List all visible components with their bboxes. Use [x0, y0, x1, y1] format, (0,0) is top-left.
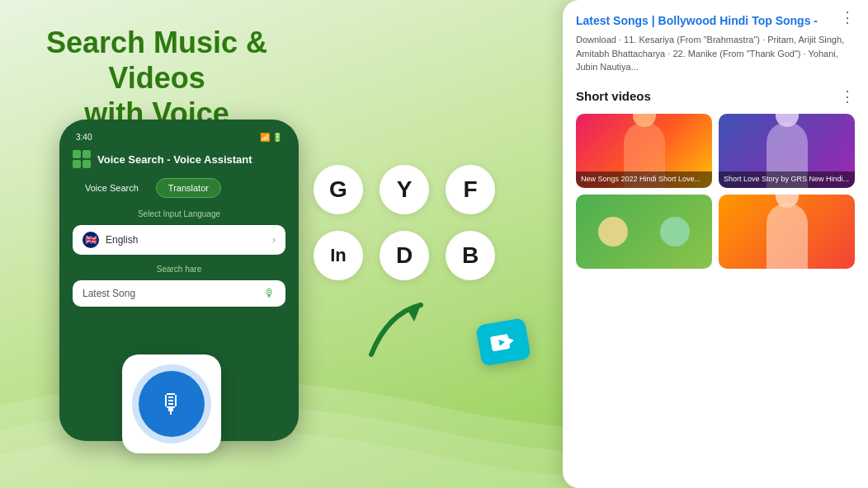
language-selector[interactable]: 🇬🇧 English ›: [73, 225, 285, 255]
video-card-3[interactable]: [576, 195, 712, 269]
mic-button-card: 🎙: [122, 354, 221, 453]
video-card-1-title: New Songs 2022 Hindi Short Love...: [576, 171, 712, 188]
video-thumb-3: [576, 195, 712, 269]
letter-bubble-In: In: [314, 231, 363, 280]
video-card-4[interactable]: [719, 195, 855, 269]
search-result-description: Download · 11. Kesariya (From "Brahmastr…: [576, 33, 855, 74]
main-title: Search Music & Videos with Voice: [25, 25, 289, 132]
search-placeholder-text: Latest Song: [83, 288, 135, 299]
video-thumb-2: Short Love Story by GRS New Hindi...: [719, 114, 855, 188]
phone-signal-icons: 📶 🔋: [260, 133, 282, 142]
video-card-2-title: Short Love Story by GRS New Hindi...: [719, 171, 855, 188]
trending-arrow-icon: [363, 297, 429, 363]
video-thumb-bg-4: [719, 195, 855, 269]
language-name: English: [106, 234, 138, 246]
phone-tabs: Voice Search Translator: [73, 178, 285, 198]
phone-time: 3:40: [76, 133, 92, 142]
search-label: Search hare: [73, 265, 285, 274]
phone-app-header: Voice Search - Voice Assistant: [73, 150, 285, 168]
chevron-right-icon: ›: [272, 234, 276, 246]
short-videos-header: Short videos ⋮: [576, 87, 855, 106]
short-videos-title: Short videos: [576, 89, 651, 103]
video-card-2[interactable]: Short Love Story by GRS New Hindi...: [719, 114, 855, 188]
video-thumb-4: [719, 195, 855, 269]
video-thumb-bg-3: [576, 195, 712, 269]
right-panel-inner: ⋮ Latest Songs | Bollywood Hindi Top Son…: [563, 0, 868, 282]
videos-grid: New Songs 2022 Hindi Short Love... Short…: [576, 114, 855, 269]
language-flag-text: 🇬🇧 English: [83, 232, 138, 248]
letter-bubble-D: D: [380, 231, 429, 280]
letter-bubble-Y: Y: [380, 165, 429, 214]
video-card-1[interactable]: New Songs 2022 Hindi Short Love...: [576, 114, 712, 188]
mic-icon-small[interactable]: 🎙: [264, 287, 276, 300]
app-title-text: Voice Search - Voice Assistant: [97, 153, 252, 166]
tab-translator[interactable]: Translator: [156, 178, 221, 198]
short-videos-more-button[interactable]: ⋮: [840, 87, 855, 106]
search-box[interactable]: Latest Song 🎙: [73, 280, 285, 307]
language-section-label: Select Input Language: [73, 209, 285, 218]
letter-bubble-F: F: [446, 165, 495, 214]
tab-voice-search[interactable]: Voice Search: [73, 178, 151, 198]
letter-bubble-B: B: [446, 231, 495, 280]
mic-button[interactable]: 🎙: [139, 371, 205, 437]
video-icon-float: [475, 317, 531, 367]
letter-bubble-G: G: [314, 165, 363, 214]
right-panel: ⋮ Latest Songs | Bollywood Hindi Top Son…: [563, 0, 868, 488]
video-thumb-1: New Songs 2022 Hindi Short Love...: [576, 114, 712, 188]
search-result-title[interactable]: Latest Songs | Bollywood Hindi Top Songs…: [576, 13, 855, 28]
app-grid-icon: [73, 150, 91, 168]
language-flag: 🇬🇧: [83, 232, 99, 248]
phone-status-bar: 3:40 📶 🔋: [73, 133, 285, 142]
mic-icon-large: 🎙: [158, 389, 185, 420]
result-more-button[interactable]: ⋮: [840, 8, 855, 26]
